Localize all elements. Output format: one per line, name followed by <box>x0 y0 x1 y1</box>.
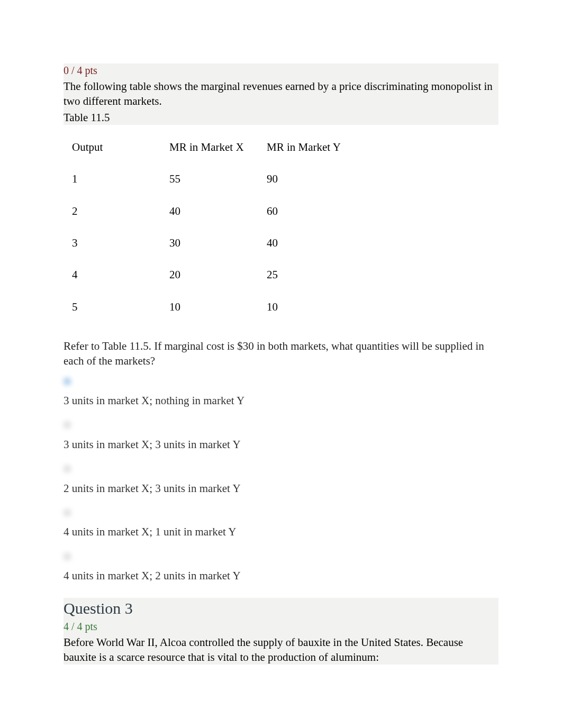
cell-output: 5 <box>66 292 161 322</box>
question-3-header: Question 3 4 / 4 pts Before World War II… <box>64 598 498 665</box>
cell-mr-y: 40 <box>260 228 356 258</box>
table-row: 5 10 10 <box>66 292 356 322</box>
radio-icon <box>64 553 71 560</box>
col-output-header: Output <box>66 132 161 162</box>
col-mr-x-header: MR in Market X <box>163 132 258 162</box>
option-text: 2 units in market X; 3 units in market Y <box>64 481 498 496</box>
question-2-followup: Refer to Table 11.5. If marginal cost is… <box>64 339 498 369</box>
option-radio[interactable] <box>64 461 498 476</box>
table-row: 2 40 60 <box>66 196 356 226</box>
question-3-heading: Question 3 <box>64 598 498 620</box>
radio-icon <box>64 509 71 516</box>
table-row: 4 20 25 <box>66 260 356 289</box>
table-header-row: Output MR in Market X MR in Market Y <box>66 132 356 162</box>
option-text: 3 units in market X; nothing in market Y <box>64 393 498 408</box>
cell-output: 2 <box>66 196 161 226</box>
col-mr-y-header-pre: MR <box>267 141 284 153</box>
option-text: 3 units in market X; 3 units in market Y <box>64 437 498 452</box>
cell-mr-x: 20 <box>163 260 258 289</box>
col-mr-y-header-post: in Market Y <box>284 141 341 153</box>
cell-output: 4 <box>66 260 161 289</box>
option-text: 4 units in market X; 2 units in market Y <box>64 568 498 583</box>
table-caption: Table 11.5 <box>64 110 498 125</box>
cell-mr-x: 40 <box>163 196 258 226</box>
question-3-score: 4 / 4 pts <box>64 620 498 634</box>
cell-mr-y: 90 <box>260 164 356 194</box>
table-row: 3 30 40 <box>66 228 356 258</box>
question-3: Question 3 4 / 4 pts Before World War II… <box>64 598 498 665</box>
option-radio[interactable] <box>64 505 498 520</box>
radio-icon <box>64 465 71 472</box>
option-text: 4 units in market X; 1 unit in market Y <box>64 524 498 539</box>
radio-icon <box>64 421 71 429</box>
option-radio[interactable] <box>64 374 498 389</box>
cell-mr-x: 30 <box>163 228 258 258</box>
cell-mr-x: 10 <box>163 292 258 322</box>
radio-icon <box>64 378 71 385</box>
option-radio[interactable] <box>64 417 498 432</box>
cell-output: 3 <box>66 228 161 258</box>
table-row: 1 55 90 <box>66 164 356 194</box>
question-3-prompt: Before World War II, Alcoa controlled th… <box>64 635 498 665</box>
cell-output: 1 <box>66 164 161 194</box>
col-mr-y-header: MR in Market Y <box>260 132 356 162</box>
mr-table: Output MR in Market X MR in Market Y 1 5… <box>64 130 358 324</box>
question-2: 0 / 4 pts The following table shows the … <box>64 63 498 583</box>
question-2-score: 0 / 4 pts <box>64 63 498 78</box>
cell-mr-y: 25 <box>260 260 356 289</box>
question-2-header: 0 / 4 pts The following table shows the … <box>64 63 498 125</box>
cell-mr-y: 60 <box>260 196 356 226</box>
cell-mr-y: 10 <box>260 292 356 322</box>
question-2-prompt: The following table shows the marginal r… <box>64 79 498 109</box>
option-radio[interactable] <box>64 549 498 564</box>
cell-mr-x: 55 <box>163 164 258 194</box>
